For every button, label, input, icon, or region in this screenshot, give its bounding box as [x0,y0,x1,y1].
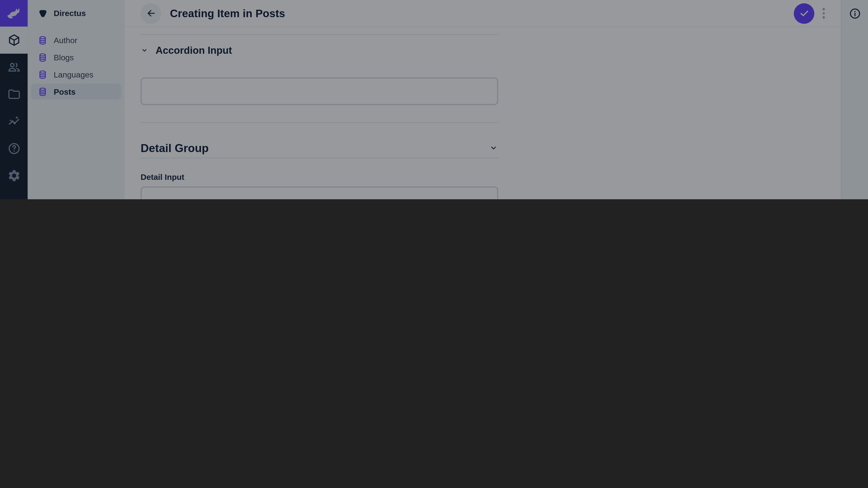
directus-app: Directus Author Blogs Languages Posts [0,0,868,199]
tour-dim-overlay [0,0,868,199]
